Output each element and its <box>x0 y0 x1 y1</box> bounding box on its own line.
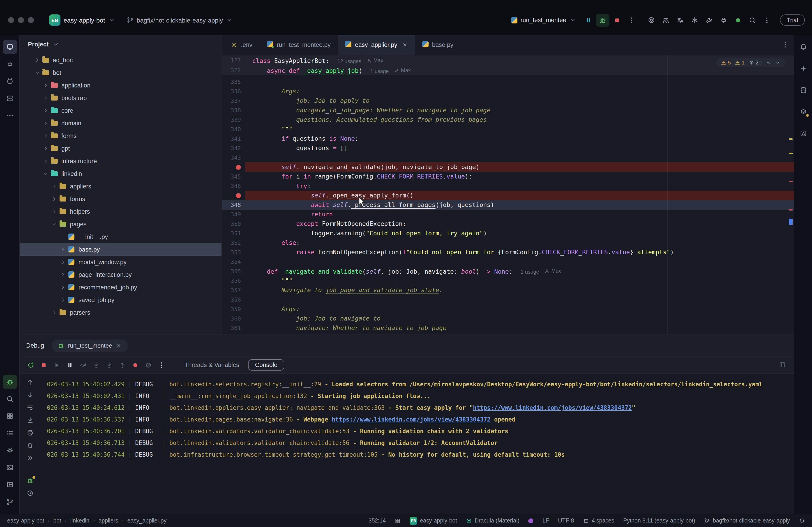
debug-process-icon[interactable] <box>27 477 34 484</box>
search-icon[interactable] <box>2 392 17 406</box>
notifications[interactable] <box>799 518 805 524</box>
breadcrumb-item-easy-apply-bot[interactable]: easy-apply-bot <box>7 517 44 524</box>
translation-icon[interactable] <box>796 126 810 141</box>
tree-item-forms[interactable]: forms <box>20 130 221 142</box>
stop-icon[interactable] <box>38 359 49 371</box>
services-icon[interactable] <box>2 91 17 105</box>
pause-icon[interactable] <box>581 14 595 26</box>
project-widget[interactable]: EB easy-apply-bot <box>46 13 118 28</box>
chevron-right-icon[interactable] <box>59 272 67 277</box>
project-widget[interactable]: EBeasy-apply-bot <box>410 517 457 525</box>
author-hint[interactable]: Max <box>545 267 561 276</box>
breakpoint-stripe-mark[interactable] <box>789 209 793 211</box>
git-branch-widget[interactable]: bagfix/not-clickable-easy-apply <box>124 15 236 26</box>
record-icon[interactable] <box>731 14 745 26</box>
git-icon[interactable] <box>2 495 17 509</box>
tab-list-kebab-icon[interactable] <box>777 35 794 55</box>
breakpoint-dot[interactable] <box>236 165 241 169</box>
chevron-right-icon[interactable] <box>42 82 49 88</box>
tree-item-recommended_job.py[interactable]: recommended_job.py <box>20 281 221 293</box>
step-into-icon[interactable] <box>90 359 102 371</box>
history-icon[interactable] <box>27 490 34 497</box>
close-icon[interactable] <box>402 42 408 48</box>
minimize-window-button[interactable] <box>18 17 24 23</box>
scroll-end-icon[interactable] <box>27 417 34 424</box>
settings-icon[interactable] <box>2 443 17 457</box>
breadcrumb-item-easy_applier.py[interactable]: easy_applier.py <box>128 517 167 524</box>
chevron-right-icon[interactable] <box>59 297 67 303</box>
close-window-button[interactable] <box>8 17 14 23</box>
chevron-right-icon[interactable] <box>50 196 58 202</box>
snowflake-icon[interactable] <box>688 14 701 26</box>
chevron-down-icon[interactable] <box>42 171 49 177</box>
author-hint[interactable]: Max <box>394 65 411 75</box>
ai-assistant-icon[interactable] <box>644 14 658 26</box>
tree-item-core[interactable]: core <box>20 104 221 117</box>
resume-icon[interactable] <box>50 359 63 371</box>
chevron-right-icon[interactable] <box>42 120 49 126</box>
debug-session-tab[interactable]: run_test_mentee <box>52 340 128 352</box>
tree-item-saved_job.py[interactable]: saved_job.py <box>20 293 221 306</box>
chevron-right-icon[interactable] <box>33 57 41 63</box>
color-scheme-dot[interactable] <box>528 518 534 523</box>
clear-icon[interactable] <box>27 442 34 449</box>
kebab-icon[interactable] <box>760 14 774 26</box>
step-over-icon[interactable] <box>77 359 89 371</box>
line-separator[interactable]: LF <box>542 517 549 524</box>
tree-item-infrastructure[interactable]: infrastructure <box>20 155 221 167</box>
console-link[interactable]: https://www.linkedin.com/jobs/view/43833… <box>473 404 632 411</box>
debug-view-tab-threads-variables[interactable]: Threads & Variables <box>180 359 244 371</box>
run-config-widget[interactable]: run_test_mentee <box>511 17 576 24</box>
chevron-right-icon[interactable] <box>50 209 58 214</box>
breakpoint-dot[interactable] <box>236 193 241 198</box>
tab-run_test_mentee.py[interactable]: run_test_mentee.py <box>260 35 338 55</box>
warning-stripe-mark[interactable] <box>789 138 793 140</box>
dependencies-icon[interactable] <box>796 105 810 119</box>
usages-hint[interactable]: 1 usage <box>371 68 389 74</box>
chevron-right-icon[interactable] <box>42 133 49 139</box>
tree-item-helpers[interactable]: helpers <box>20 205 221 218</box>
layout-settings-icon[interactable] <box>779 362 789 368</box>
gutter-344[interactable] <box>222 162 245 172</box>
view-breakpoints-icon[interactable] <box>129 359 141 371</box>
tree-item-parsers[interactable]: parsers <box>20 306 221 319</box>
github-icon[interactable] <box>2 74 17 88</box>
chevron-right-icon[interactable] <box>50 310 58 315</box>
terminal-icon[interactable] <box>2 460 17 475</box>
tree-item-linkedin[interactable]: linkedin <box>20 167 221 180</box>
inspections-widget[interactable]: 5120 <box>716 58 785 67</box>
console-link[interactable]: https://www.linkedin.com/jobs/view/43833… <box>332 416 491 423</box>
window-layout[interactable] <box>395 518 401 524</box>
mute-breakpoints-icon[interactable] <box>142 359 154 371</box>
chevron-right-icon[interactable] <box>42 95 49 101</box>
chevron-right-icon[interactable] <box>42 107 49 114</box>
warning-count[interactable]: 5 <box>721 60 731 66</box>
breadcrumb-item-appliers[interactable]: appliers <box>99 517 118 524</box>
tab-base.py[interactable]: base.py <box>415 35 461 55</box>
search-icon[interactable] <box>746 14 759 26</box>
tree-item-bootstrap[interactable]: bootstrap <box>20 91 221 104</box>
structure-icon[interactable] <box>2 426 17 440</box>
kebab-icon[interactable] <box>625 14 638 26</box>
close-icon[interactable] <box>116 342 122 349</box>
git-branch-widget[interactable]: bagfix/not-clickable-easy-apply <box>704 517 790 524</box>
chevron-down-icon[interactable] <box>50 221 58 227</box>
tree-item-forms[interactable]: forms <box>20 193 221 205</box>
breadcrumb-item-linkedin[interactable]: linkedin <box>70 517 89 524</box>
tree-item-pages[interactable]: pages <box>20 218 221 230</box>
warning-count[interactable]: 1 <box>735 60 744 66</box>
next-issue-icon[interactable] <box>775 60 780 65</box>
softwrap-icon[interactable] <box>27 404 34 411</box>
notifications-icon[interactable] <box>796 40 810 54</box>
error-stripe[interactable] <box>788 56 794 334</box>
tree-item-appliers[interactable]: appliers <box>20 180 221 193</box>
indent-widget[interactable]: 4 spaces <box>583 517 614 524</box>
database-icon[interactable] <box>796 83 810 97</box>
sticky-line-127[interactable]: 127class EasyApplierBot:12 usagesMax <box>222 56 794 65</box>
plug-icon[interactable] <box>717 14 730 26</box>
project-panel-header[interactable]: Project <box>20 35 221 54</box>
tree-item-page_interaction.py[interactable]: page_interaction.py <box>20 268 221 281</box>
author-hint[interactable]: Max <box>367 56 383 65</box>
kebab-icon[interactable] <box>155 359 168 371</box>
caret-stripe-mark[interactable] <box>789 219 793 225</box>
